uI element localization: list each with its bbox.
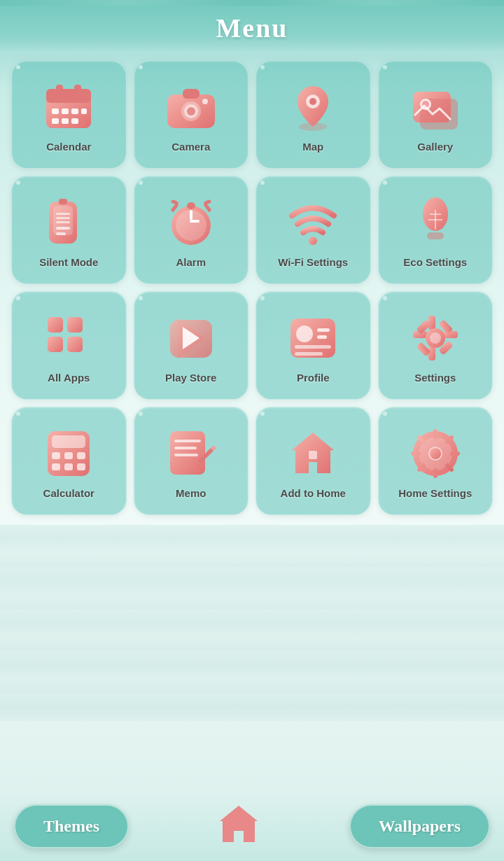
svg-rect-5 (62, 108, 69, 114)
svg-point-37 (309, 237, 317, 245)
wallpapers-label: Wallpapers (379, 817, 461, 835)
app-memo[interactable]: Memo (134, 407, 249, 515)
alarm-icon (163, 195, 219, 251)
calendar-icon (41, 79, 97, 135)
allapps-icon (41, 310, 97, 366)
svg-rect-48 (317, 335, 327, 339)
add-to-home-label: Add to Home (281, 487, 346, 499)
profile-label: Profile (297, 372, 330, 384)
wallpapers-button[interactable]: Wallpapers (349, 804, 490, 848)
app-wifi-settings[interactable]: Wi-Fi Settings (255, 176, 371, 284)
themes-label: Themes (43, 817, 99, 835)
svg-rect-71 (174, 447, 197, 449)
app-silent-mode[interactable]: Silent Mode (11, 176, 127, 284)
svg-rect-27 (56, 227, 70, 230)
play-store-label: Play Store (165, 372, 216, 384)
camera-label: Camera (172, 141, 210, 153)
wifi-settings-label: Wi-Fi Settings (278, 256, 348, 268)
svg-rect-51 (428, 316, 435, 330)
calculator-icon (41, 426, 97, 482)
memo-icon (163, 426, 219, 482)
svg-rect-10 (71, 118, 78, 124)
map-icon (285, 79, 341, 135)
svg-rect-4 (52, 108, 59, 114)
svg-rect-43 (67, 337, 83, 352)
svg-rect-30 (56, 217, 70, 219)
settings-label: Settings (414, 372, 456, 384)
svg-rect-3 (74, 85, 81, 96)
app-home-settings[interactable]: Home Settings (378, 407, 493, 515)
svg-rect-9 (62, 118, 69, 124)
svg-rect-65 (77, 452, 85, 459)
svg-rect-54 (444, 331, 458, 338)
svg-point-77 (430, 448, 441, 459)
svg-rect-41 (67, 317, 83, 332)
svg-rect-2 (56, 85, 63, 96)
themes-button[interactable]: Themes (14, 804, 129, 848)
calendar-label: Calendar (46, 141, 91, 153)
app-eco-settings[interactable]: Eco Settings (378, 176, 493, 284)
silent-mode-label: Silent Mode (39, 256, 98, 268)
homesettings-icon (407, 426, 463, 482)
svg-rect-64 (64, 452, 73, 459)
svg-rect-6 (71, 108, 78, 114)
svg-rect-73 (309, 451, 317, 459)
home-settings-label: Home Settings (398, 487, 472, 499)
home-icon-center[interactable] (214, 800, 263, 852)
svg-point-15 (187, 107, 195, 115)
svg-rect-72 (174, 454, 198, 456)
spacer (0, 524, 504, 727)
calculator-label: Calculator (43, 487, 94, 499)
addtohome-icon (285, 426, 341, 482)
svg-rect-52 (428, 346, 435, 360)
svg-rect-12 (183, 89, 200, 99)
app-play-store[interactable]: Play Store (134, 291, 249, 400)
svg-rect-26 (59, 199, 67, 204)
svg-rect-40 (48, 317, 63, 332)
profile-icon (285, 310, 341, 366)
app-map[interactable]: Map (255, 60, 371, 169)
svg-rect-47 (317, 328, 330, 332)
header: Menu (0, 0, 504, 52)
svg-rect-49 (295, 345, 331, 349)
wifi-icon (285, 195, 341, 251)
app-settings[interactable]: Settings (378, 291, 493, 400)
all-apps-label: All Apps (48, 372, 90, 384)
eco-icon (407, 195, 463, 251)
home-center-icon (214, 800, 263, 849)
svg-rect-45 (290, 318, 335, 358)
svg-rect-67 (64, 463, 73, 470)
header-border (0, 0, 504, 6)
app-camera[interactable]: Camera (134, 60, 249, 169)
svg-rect-8 (52, 118, 59, 124)
silent-icon (41, 195, 97, 251)
svg-rect-31 (56, 221, 70, 223)
svg-rect-25 (53, 206, 73, 235)
svg-rect-42 (48, 337, 63, 352)
app-add-to-home[interactable]: Add to Home (255, 407, 371, 515)
app-gallery[interactable]: Gallery (378, 60, 493, 169)
svg-point-60 (430, 332, 441, 344)
svg-rect-29 (56, 213, 70, 215)
eco-settings-label: Eco Settings (403, 256, 467, 268)
gallery-icon (407, 79, 463, 135)
app-all-apps[interactable]: All Apps (11, 291, 127, 400)
app-calendar[interactable]: Calendar (11, 60, 127, 169)
svg-rect-35 (190, 220, 200, 223)
playstore-icon (163, 310, 219, 366)
app-alarm[interactable]: Alarm (134, 176, 249, 284)
gallery-label: Gallery (417, 141, 453, 153)
svg-rect-34 (190, 210, 192, 220)
svg-rect-1 (46, 89, 91, 103)
settings-icon (407, 310, 463, 366)
bottom-nav: Themes Wallpapers (0, 791, 504, 861)
alarm-label: Alarm (176, 256, 206, 268)
svg-rect-28 (56, 232, 66, 235)
svg-rect-69 (170, 431, 205, 475)
app-calculator[interactable]: Calculator (11, 407, 127, 515)
svg-rect-63 (52, 452, 60, 459)
app-profile[interactable]: Profile (255, 291, 371, 400)
svg-rect-70 (174, 440, 201, 442)
svg-rect-50 (295, 352, 323, 356)
page-title: Menu (0, 13, 504, 43)
